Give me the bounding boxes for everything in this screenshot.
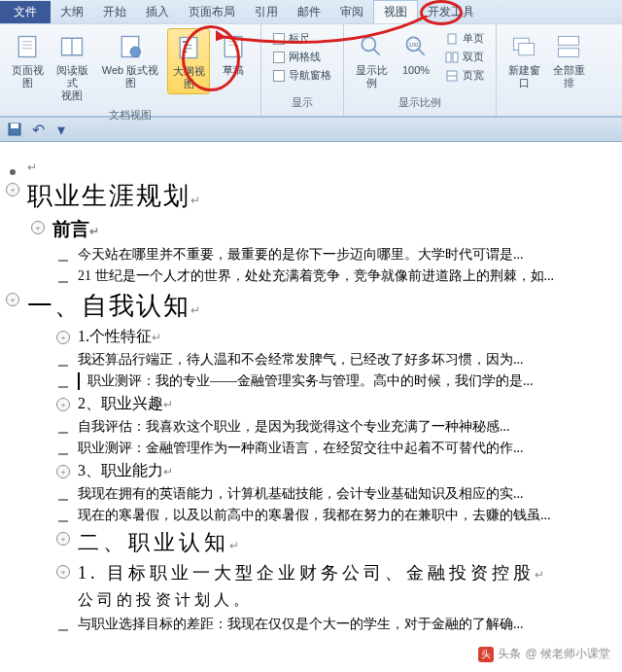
expand-icon[interactable]: + <box>56 465 70 478</box>
outline-text[interactable]: 2、职业兴趣↵ <box>78 394 622 414</box>
expand-icon[interactable]: + <box>6 293 19 306</box>
tab-page-layout[interactable]: 页面布局 <box>179 1 245 23</box>
btn-web-layout[interactable]: Web 版式视图 <box>95 28 165 92</box>
group-label: 显示比例 <box>350 93 490 112</box>
svg-rect-11 <box>225 37 242 57</box>
tab-review[interactable]: 审阅 <box>330 1 373 23</box>
qat-undo[interactable]: ↶ <box>29 121 47 138</box>
outline-row[interactable]: 我还算品行端正，待人温和不会经常发脾气，已经改了好多坏习惯，因为... <box>0 349 622 371</box>
outline-row[interactable]: +1. 目标职业一大型企业财务公司、金融投资控股↵ <box>0 559 622 586</box>
svg-rect-19 <box>448 34 456 44</box>
outline-text[interactable]: 1.个性特征↵ <box>78 327 622 347</box>
expand-icon[interactable]: + <box>31 221 45 234</box>
group-label: 显示 <box>267 93 337 112</box>
svg-line-17 <box>419 50 425 55</box>
expand-icon[interactable]: + <box>56 398 70 411</box>
btn-two-pages[interactable]: 双页 <box>443 49 486 65</box>
outline-row[interactable]: +2、职业兴趣↵ <box>0 392 622 416</box>
outline-text[interactable]: 前言↵ <box>52 217 622 242</box>
svg-rect-25 <box>519 44 535 55</box>
body-marker-icon <box>58 386 68 388</box>
tab-view[interactable]: 视图 <box>373 0 418 23</box>
outline-text[interactable]: 我还算品行端正，待人温和不会经常发脾气，已经改了好多坏习惯，因为... <box>78 351 622 369</box>
expand-icon[interactable]: + <box>56 565 70 579</box>
outline-text[interactable]: 自我评估：我喜欢这个职业，是因为我觉得这个专业充满了一种神秘感... <box>78 418 622 436</box>
expand-icon[interactable]: + <box>56 532 70 546</box>
body-marker-icon <box>58 629 68 631</box>
btn-reading-layout[interactable]: 阅读版式 视图 <box>51 28 93 106</box>
outline-text[interactable]: 职业生涯规划↵ <box>27 179 622 213</box>
group-zoom: 显示比例 100 100% 单页 双页 页宽 显示比例 <box>344 24 497 116</box>
book-icon <box>56 31 87 62</box>
tab-insert[interactable]: 插入 <box>136 1 179 23</box>
outline-row[interactable]: 我现在拥有的英语能力，计算机基础技能，会计专业基础知识及相应的实... <box>0 483 622 505</box>
tab-file[interactable]: 文件 <box>0 1 51 23</box>
btn-new-window[interactable]: 新建窗口 <box>502 28 545 92</box>
outline-text[interactable]: 一、自我认知↵ <box>27 289 622 323</box>
qat-more[interactable]: ▾ <box>52 121 70 138</box>
btn-draft[interactable]: 草稿 <box>212 28 255 80</box>
outline-row[interactable]: ↵ <box>0 158 622 177</box>
tab-references[interactable]: 引用 <box>245 1 288 23</box>
body-marker-icon <box>58 365 68 367</box>
outline-row[interactable]: 公司的投资计划人。 <box>0 586 622 614</box>
svg-rect-21 <box>453 53 458 62</box>
btn-100[interactable]: 100 100% <box>395 28 437 80</box>
outline-row[interactable]: 今天站在哪里并不重要，最重要的是你下一步迈向哪里。大学时代可谓是... <box>0 244 622 265</box>
btn-one-page[interactable]: 单页 <box>443 30 486 47</box>
outline-row[interactable]: 与职业选择目标的差距：我现在仅仅是个大一的学生，对于金融的了解确... <box>0 614 622 635</box>
svg-point-5 <box>130 47 141 57</box>
outline-icon <box>173 32 204 63</box>
zoom-icon <box>356 31 387 62</box>
outline-text[interactable]: 职业测评：金融管理作为一种商业语言，在经贸交往中起着不可替代的作... <box>78 440 622 457</box>
outline-row[interactable]: +1.个性特征↵ <box>0 325 622 349</box>
outline-text[interactable]: 职业测评：我的专业——金融管理实务与管理。高中的时候，我们学的是... <box>78 372 622 390</box>
outline-text[interactable]: 1. 目标职业一大型企业财务公司、金融投资控股↵ <box>78 561 622 584</box>
outline-text[interactable]: 公司的投资计划人。 <box>78 588 622 612</box>
outline-text[interactable]: 二、职业认知↵ <box>78 528 622 557</box>
tab-outline[interactable]: 大纲 <box>51 1 93 23</box>
arrange-icon <box>553 31 584 62</box>
outline-text[interactable]: 21 世纪是一个人才的世界，处处充满着竞争，竞争就像前进道路上的荆棘，如... <box>78 267 622 285</box>
svg-text:100: 100 <box>408 41 419 48</box>
outline-row[interactable]: 21 世纪是一个人才的世界，处处充满着竞争，竞争就像前进道路上的荆棘，如... <box>0 265 622 287</box>
document-body[interactable]: ↵+职业生涯规划↵+前言↵今天站在哪里并不重要，最重要的是你下一步迈向哪里。大学… <box>0 142 622 672</box>
ribbon-tabs: 文件 大纲 开始 插入 页面布局 引用 邮件 审阅 视图 开发工具 <box>0 0 622 23</box>
outline-row[interactable]: +前言↵ <box>0 215 622 244</box>
group-show: 标尺 网格线 导航窗格 显示 <box>261 24 344 116</box>
btn-print-layout[interactable]: 页面视图 <box>6 28 49 92</box>
expand-icon[interactable]: + <box>6 183 19 196</box>
outline-text[interactable]: 3、职业能力↵ <box>78 461 622 481</box>
outline-row[interactable]: 现在的寒暑假，以及以前高中的寒暑假，我都在努力的在兼职中，去赚的钱虽... <box>0 505 622 526</box>
chk-gridlines[interactable]: 网格线 <box>271 49 333 65</box>
tab-home[interactable]: 开始 <box>93 1 136 23</box>
outline-row[interactable]: 职业测评：金融管理作为一种商业语言，在经贸交往中起着不可替代的作... <box>0 438 622 459</box>
btn-zoom[interactable]: 显示比例 <box>350 28 393 92</box>
ribbon-body: 页面视图 阅读版式 视图 Web 版式视图 大纲视图 草稿 <box>0 23 622 116</box>
outline-row[interactable]: 自我评估：我喜欢这个职业，是因为我觉得这个专业充满了一种神秘感... <box>0 416 622 438</box>
btn-outline-view[interactable]: 大纲视图 <box>167 28 210 94</box>
outline-text[interactable]: ↵ <box>27 159 622 175</box>
chk-ruler[interactable]: 标尺 <box>271 30 333 47</box>
qat-save[interactable] <box>6 121 23 138</box>
outline-row[interactable]: +职业生涯规划↵ <box>0 177 622 215</box>
svg-rect-29 <box>11 124 18 128</box>
svg-point-14 <box>362 37 375 51</box>
outline-row[interactable]: +二、职业认知↵ <box>0 526 622 559</box>
tab-developer[interactable]: 开发工具 <box>418 1 484 23</box>
outline-row[interactable]: 职业测评：我的专业——金融管理实务与管理。高中的时候，我们学的是... <box>0 371 622 392</box>
tab-mailings[interactable]: 邮件 <box>288 1 330 23</box>
outline-text[interactable]: 与职业选择目标的差距：我现在仅仅是个大一的学生，对于金融的了解确... <box>78 616 622 633</box>
web-icon <box>115 31 146 62</box>
expand-icon[interactable]: + <box>56 331 70 344</box>
outline-text[interactable]: 现在的寒暑假，以及以前高中的寒暑假，我都在努力的在兼职中，去赚的钱虽... <box>78 507 622 524</box>
outline-row[interactable]: +一、自我认知↵ <box>0 287 622 325</box>
group-document-views: 页面视图 阅读版式 视图 Web 版式视图 大纲视图 草稿 <box>0 24 261 116</box>
chk-nav-pane[interactable]: 导航窗格 <box>271 67 333 84</box>
btn-arrange-all[interactable]: 全部重排 <box>547 28 590 92</box>
outline-text[interactable]: 我现在拥有的英语能力，计算机基础技能，会计专业基础知识及相应的实... <box>78 485 622 503</box>
draft-icon <box>218 31 249 62</box>
btn-page-width[interactable]: 页宽 <box>443 67 486 84</box>
outline-row[interactable]: +3、职业能力↵ <box>0 459 622 483</box>
outline-text[interactable]: 今天站在哪里并不重要，最重要的是你下一步迈向哪里。大学时代可谓是... <box>78 246 622 264</box>
